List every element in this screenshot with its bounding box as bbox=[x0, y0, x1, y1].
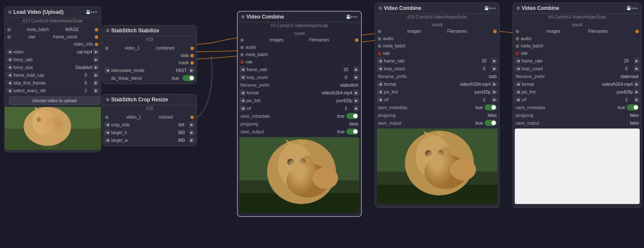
vc1-save-metadata-toggle[interactable] bbox=[346, 113, 358, 119]
vc3-frame-rate-prev[interactable]: ◀ bbox=[515, 58, 521, 64]
vc1-audio-label: audio bbox=[246, 45, 256, 50]
vc1-crf-value: 2 bbox=[339, 106, 352, 111]
vc1-format-next[interactable]: ▶ bbox=[353, 90, 359, 96]
vc2-pix-fmt-next[interactable]: ▶ bbox=[492, 89, 498, 95]
interpolate-mode-value: FAST bbox=[175, 68, 188, 73]
stab-combined-dot bbox=[190, 47, 194, 50]
vc1-format-value: video/h264-mp4 bbox=[321, 91, 352, 95]
load-video-subtitle: #17 ComfyUI-VideoHelperSuite bbox=[5, 18, 101, 24]
crop-side-prev-btn[interactable]: ◀ bbox=[104, 122, 110, 128]
stab-mask-label: mask bbox=[178, 60, 189, 65]
vc1-video-preview bbox=[240, 137, 359, 213]
video-info-dot bbox=[95, 43, 98, 46]
vc3-crf-prev[interactable]: ◀ bbox=[515, 97, 521, 103]
vc2-count-label: count bbox=[432, 22, 442, 27]
vc3-pix-fmt-row: ◀ pix_fmt yuv420p ▶ bbox=[513, 88, 641, 96]
vc1-frame-rate-next[interactable]: ▶ bbox=[353, 66, 359, 72]
vc3-filename-prefix-label: filename_prefix bbox=[516, 74, 545, 79]
vc1-save-output-label: save_output bbox=[240, 129, 264, 134]
target-h-label: target_h bbox=[111, 130, 174, 135]
vc1-preview-image bbox=[240, 137, 359, 213]
skip-first-frames-value: 0 bbox=[79, 81, 92, 85]
vc1-images-row: images Filenames bbox=[238, 36, 361, 44]
frame-load-cap-prev-btn[interactable]: ◀ bbox=[6, 72, 12, 78]
vc2-pix-fmt-value: yuv420p bbox=[474, 90, 491, 94]
vc2-loop-count-prev[interactable]: ◀ bbox=[377, 66, 383, 72]
vc3-format-label: format bbox=[522, 82, 601, 87]
vc1-vae-label: vae bbox=[246, 60, 252, 64]
video-next-btn[interactable]: ▶ bbox=[93, 49, 99, 55]
vc2-frame-rate-next[interactable]: ▶ bbox=[492, 58, 498, 64]
vc3-frame-rate-next[interactable]: ▶ bbox=[634, 58, 640, 64]
skip-first-frames-prev-btn[interactable]: ◀ bbox=[6, 80, 12, 86]
target-w-prev-btn[interactable]: ◀ bbox=[104, 137, 110, 143]
force-rate-row: ◀ force_rate ▶ bbox=[5, 56, 101, 63]
frame-load-cap-next-btn[interactable]: ▶ bbox=[93, 72, 99, 78]
svg-marker-7 bbox=[43, 107, 50, 110]
vc1-save-output-value: true bbox=[337, 129, 345, 134]
vc1-icons: 💾●●● bbox=[346, 15, 358, 19]
vc3-save-metadata-toggle[interactable] bbox=[627, 104, 639, 110]
svg-point-27 bbox=[425, 150, 432, 157]
vc1-crf-prev[interactable]: ◀ bbox=[240, 105, 246, 111]
crop-side-next-btn[interactable]: ▶ bbox=[189, 122, 195, 128]
force-rate-next-btn[interactable]: ▶ bbox=[93, 57, 99, 63]
vc2-format-next[interactable]: ▶ bbox=[492, 81, 498, 87]
vc3-filenames-label: Filenames bbox=[588, 29, 608, 34]
vc1-pix-fmt-prev[interactable]: ◀ bbox=[240, 97, 246, 104]
vc3-format-prev[interactable]: ◀ bbox=[515, 81, 521, 87]
vc3-pix-fmt-prev[interactable]: ◀ bbox=[515, 89, 521, 95]
svg-rect-23 bbox=[377, 185, 498, 204]
vc1-loop-count-next[interactable]: ▶ bbox=[353, 74, 359, 80]
svg-rect-22 bbox=[377, 172, 498, 204]
vc3-crf-next[interactable]: ▶ bbox=[634, 97, 640, 103]
vc1-loop-count-label: loop_count bbox=[246, 75, 339, 80]
select-every-nth-prev-btn[interactable]: ◀ bbox=[6, 88, 12, 94]
force-size-prev-btn[interactable]: ◀ bbox=[6, 64, 12, 70]
vc3-status-dot bbox=[516, 6, 520, 10]
vc1-crf-next[interactable]: ▶ bbox=[353, 105, 359, 111]
target-h-prev-btn[interactable]: ◀ bbox=[104, 129, 110, 135]
target-w-next-btn[interactable]: ▶ bbox=[189, 137, 195, 143]
vc1-save-output-toggle[interactable] bbox=[346, 129, 358, 135]
vc3-loop-count-prev[interactable]: ◀ bbox=[515, 66, 521, 72]
svg-point-26 bbox=[439, 147, 451, 164]
vc3-pix-fmt-next[interactable]: ▶ bbox=[634, 89, 640, 95]
vc1-pix-fmt-next[interactable]: ▶ bbox=[353, 97, 359, 104]
vc2-pingpong-value: false bbox=[488, 113, 497, 118]
vc2-format-row: ◀ format video/h264-mp4 ▶ bbox=[375, 80, 499, 88]
svg-point-13 bbox=[301, 155, 314, 173]
force-rate-prev-btn[interactable]: ◀ bbox=[6, 57, 12, 63]
vc2-crf-prev[interactable]: ◀ bbox=[377, 97, 383, 103]
target-h-next-btn[interactable]: ▶ bbox=[189, 129, 195, 135]
vc2-loop-count-next[interactable]: ▶ bbox=[492, 66, 498, 72]
vc1-frame-rate-prev[interactable]: ◀ bbox=[240, 66, 246, 72]
do-linear-blend-toggle[interactable] bbox=[183, 75, 195, 81]
vc2-format-prev[interactable]: ◀ bbox=[377, 81, 383, 87]
vc2-crf-next[interactable]: ▶ bbox=[492, 97, 498, 103]
vc2-frame-rate-prev[interactable]: ◀ bbox=[377, 58, 383, 64]
vc3-format-next[interactable]: ▶ bbox=[634, 81, 640, 87]
vc2-save-metadata-toggle[interactable] bbox=[485, 104, 497, 110]
stabstitch-crop-status-dot bbox=[106, 98, 109, 101]
svg-rect-8 bbox=[240, 137, 359, 213]
choose-video-btn[interactable]: choose video to upload bbox=[9, 97, 100, 105]
stabstitch-stabilize-title: StabStitch Stabilize bbox=[111, 28, 193, 34]
video-prev-btn[interactable]: ◀ bbox=[6, 49, 12, 55]
crop-resized-dot bbox=[190, 116, 194, 119]
interpolate-mode-next-btn[interactable]: ▶ bbox=[189, 67, 195, 73]
vc2-format-label: format bbox=[384, 82, 459, 87]
select-every-nth-next-btn[interactable]: ▶ bbox=[93, 88, 99, 94]
vc2-filenames-dot bbox=[493, 30, 497, 33]
stab-video1-dot-left bbox=[105, 47, 109, 50]
vc3-loop-count-next[interactable]: ▶ bbox=[634, 66, 640, 72]
vc1-format-prev[interactable]: ◀ bbox=[240, 90, 246, 96]
vc2-save-output-toggle[interactable] bbox=[485, 120, 497, 126]
skip-first-frames-next-btn[interactable]: ▶ bbox=[93, 80, 99, 86]
vc1-loop-count-prev[interactable]: ◀ bbox=[240, 74, 246, 80]
force-size-next-btn[interactable]: ▶ bbox=[93, 64, 99, 70]
vc2-pix-fmt-prev[interactable]: ◀ bbox=[377, 89, 383, 95]
svg-rect-0 bbox=[5, 107, 101, 150]
interpolate-mode-prev-btn[interactable]: ◀ bbox=[104, 67, 110, 73]
upload-btn-container: choose video to upload bbox=[5, 94, 101, 107]
